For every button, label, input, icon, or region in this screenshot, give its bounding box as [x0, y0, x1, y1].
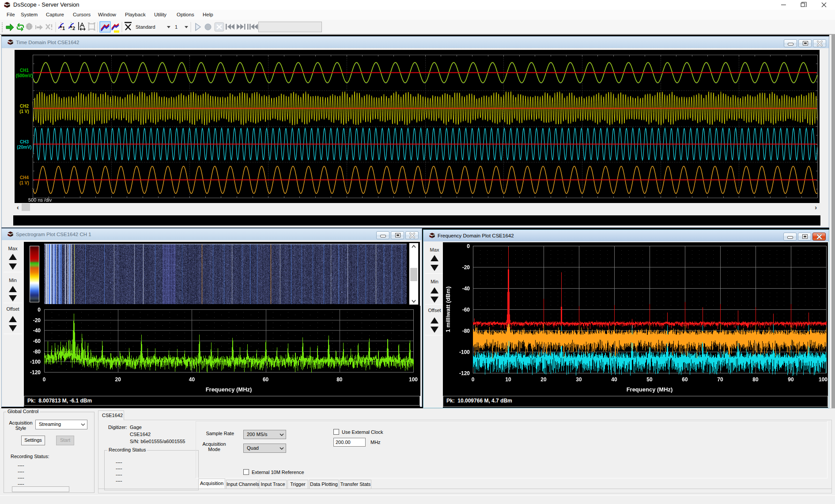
svg-text:1: 1 — [175, 24, 178, 30]
svg-text:Standard: Standard — [136, 24, 155, 30]
svg-text:2: 2 — [72, 26, 75, 31]
svg-text:1: 1 — [62, 26, 65, 31]
